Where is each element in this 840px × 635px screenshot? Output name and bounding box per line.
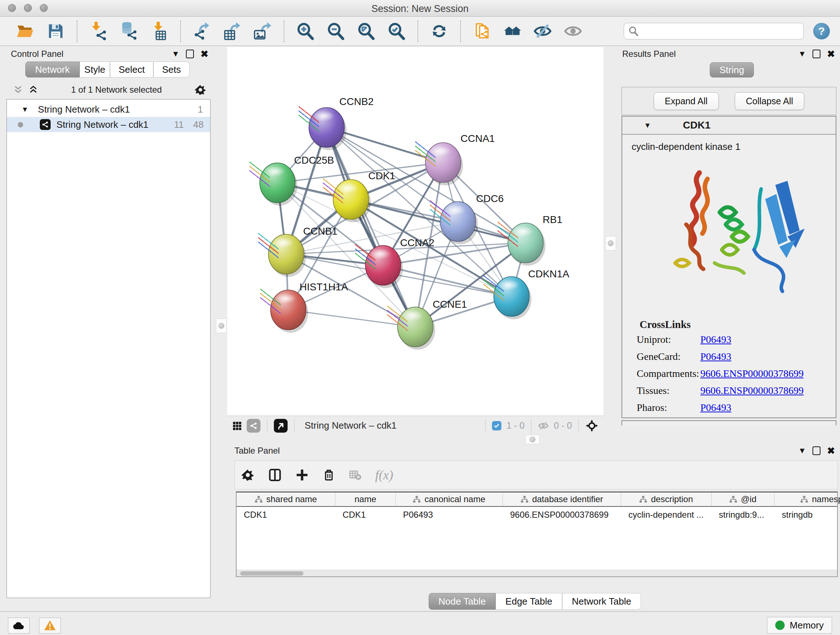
network-share-icon[interactable] [247, 419, 261, 432]
tab-network-table[interactable]: Network Table [562, 593, 641, 610]
show-columns-icon[interactable] [268, 468, 282, 482]
table-cell[interactable]: CDK1 [237, 510, 335, 520]
protein-section-header[interactable]: ▼ CDK1 [622, 117, 836, 135]
tab-network[interactable]: Network [25, 62, 80, 78]
table-cell[interactable]: 9606.ENSP00000378699 [503, 510, 621, 520]
control-panel-menu-icon[interactable]: ▼ [172, 49, 180, 59]
scrollbar-thumb[interactable] [240, 571, 303, 576]
search-input[interactable] [638, 26, 798, 36]
open-session-icon[interactable] [15, 21, 36, 42]
table-cell[interactable]: stringdb:9... [712, 510, 775, 520]
crosslink-link[interactable]: 9606.ENSP00000378699 [700, 368, 804, 379]
collection-count: 1 [198, 104, 203, 115]
crosslink-link[interactable]: 9606.ENSP00000378699 [700, 385, 804, 396]
protein-collapse-icon[interactable]: ▼ [644, 121, 651, 130]
fit-content-crosshair-icon[interactable] [585, 419, 598, 432]
table-panel-float-icon[interactable] [813, 447, 821, 455]
memory-button[interactable]: Memory [767, 617, 832, 633]
delete-column-icon[interactable] [322, 469, 335, 481]
warnings-icon[interactable] [39, 618, 61, 633]
tab-edge-table[interactable]: Edge Table [496, 593, 562, 610]
results-panel-close-icon[interactable]: ✖ [827, 49, 835, 60]
cloud-status-icon[interactable] [8, 618, 30, 633]
birds-eye-view-icon[interactable] [274, 419, 287, 432]
first-neighbors-icon[interactable] [502, 21, 523, 42]
network-node-CDC25B[interactable] [249, 162, 295, 203]
network-type-icon [40, 119, 51, 130]
collapse-all-button[interactable]: Collapse All [735, 92, 805, 110]
column-header-description[interactable]: description [621, 492, 712, 506]
zoom-selected-icon[interactable] [386, 21, 407, 42]
table-panel-menu-icon[interactable]: ▼ [798, 446, 806, 455]
refresh-layout-icon[interactable] [429, 21, 450, 42]
network-edge[interactable] [327, 127, 415, 327]
table-panel-close-icon[interactable]: ✖ [827, 445, 835, 456]
export-image-icon[interactable] [252, 21, 273, 42]
hidden-eye-icon[interactable] [538, 420, 549, 431]
tab-style[interactable]: Style [80, 62, 110, 78]
import-table-file-icon[interactable] [149, 21, 170, 42]
grid-view-icon[interactable] [232, 421, 242, 431]
zoom-in-icon[interactable] [295, 21, 316, 42]
table-horizontal-scrollbar[interactable] [237, 570, 837, 576]
network-node-CCNB2[interactable] [299, 107, 344, 147]
control-panel-close-icon[interactable]: ✖ [201, 49, 208, 60]
tab-string[interactable]: String [710, 62, 754, 78]
collection-expand-icon[interactable]: ▼ [21, 105, 28, 114]
crosslink-link[interactable]: P06493 [700, 351, 731, 363]
table-cell[interactable]: P06493 [396, 510, 503, 520]
results-panel-float-icon[interactable] [813, 50, 821, 58]
zoom-out-icon[interactable] [325, 21, 346, 42]
network-node-RB1[interactable] [498, 222, 543, 263]
help-icon[interactable]: ? [813, 23, 830, 40]
export-network-icon[interactable] [191, 21, 212, 42]
expand-all-button[interactable]: Expand All [654, 92, 719, 110]
network-node-HIST1H1A[interactable] [261, 289, 306, 330]
table-row[interactable]: CDK1CDK1P064939606.ENSP00000378699cyclin… [237, 507, 837, 523]
table-cell[interactable]: CDK1 [335, 510, 396, 520]
import-network-database-icon[interactable] [118, 21, 139, 42]
show-all-icon[interactable] [562, 21, 584, 42]
clone-network-icon[interactable] [471, 21, 493, 42]
results-panel-menu-icon[interactable]: ▼ [798, 49, 806, 59]
network-node-CCNE1[interactable] [387, 306, 433, 347]
search-box[interactable] [624, 23, 804, 40]
expand-all-icon[interactable] [28, 85, 38, 95]
table-options-gear-icon[interactable] [241, 469, 254, 481]
add-column-icon[interactable] [295, 469, 309, 481]
control-panel-float-icon[interactable] [186, 50, 194, 58]
save-session-icon[interactable] [45, 21, 66, 42]
import-network-file-icon[interactable] [88, 21, 109, 42]
table-cell[interactable]: cyclin-dependent ... [621, 510, 712, 520]
network-collection-row[interactable]: ▼ String Network – cdk1 1 [7, 102, 210, 117]
left-splitter-handle[interactable] [216, 318, 227, 333]
crosslink-link[interactable]: P06493 [700, 402, 731, 413]
tab-node-table[interactable]: Node Table [429, 593, 496, 610]
network-node-CCNB1[interactable] [258, 233, 304, 274]
network-canvas[interactable]: CCNB2CCNA1CDC25BCDK1CDC6RB1CCNB1CCNA2CDK… [227, 47, 603, 416]
zoom-fit-icon[interactable] [355, 21, 377, 42]
hide-selected-icon[interactable] [532, 21, 553, 42]
column-header-database-identifier[interactable]: database identifier [503, 492, 621, 506]
right-splitter-handle[interactable] [605, 236, 616, 250]
bottom-splitter-handle[interactable] [525, 435, 540, 444]
selected-checkbox-icon[interactable] [492, 421, 501, 431]
table-cell[interactable]: stringdb [775, 510, 840, 520]
column-header-namespace[interactable]: namespace [775, 492, 840, 506]
column-header--id[interactable]: @id [712, 492, 775, 506]
tab-select[interactable]: Select [110, 62, 153, 78]
network-node-CDKN1A[interactable] [484, 276, 529, 317]
network-node-CCNA1[interactable] [415, 142, 461, 182]
tab-sets[interactable]: Sets [153, 62, 189, 78]
export-table-icon[interactable] [222, 21, 243, 42]
network-options-gear-icon[interactable] [195, 84, 206, 96]
collapse-all-icon[interactable] [13, 85, 23, 95]
network-edge[interactable] [351, 200, 526, 243]
network-row[interactable]: String Network – cdk1 11 48 [7, 117, 210, 132]
network-node-CDK1[interactable] [323, 179, 369, 219]
crosslink-link[interactable]: P06493 [700, 334, 731, 345]
column-header-name[interactable]: name [335, 492, 396, 506]
column-header-shared-name[interactable]: shared name [237, 492, 335, 506]
column-header-canonical-name[interactable]: canonical name [396, 492, 503, 506]
table-panel: Table Panel ▼ ✖ f(x) shared namenamecano… [227, 444, 840, 610]
